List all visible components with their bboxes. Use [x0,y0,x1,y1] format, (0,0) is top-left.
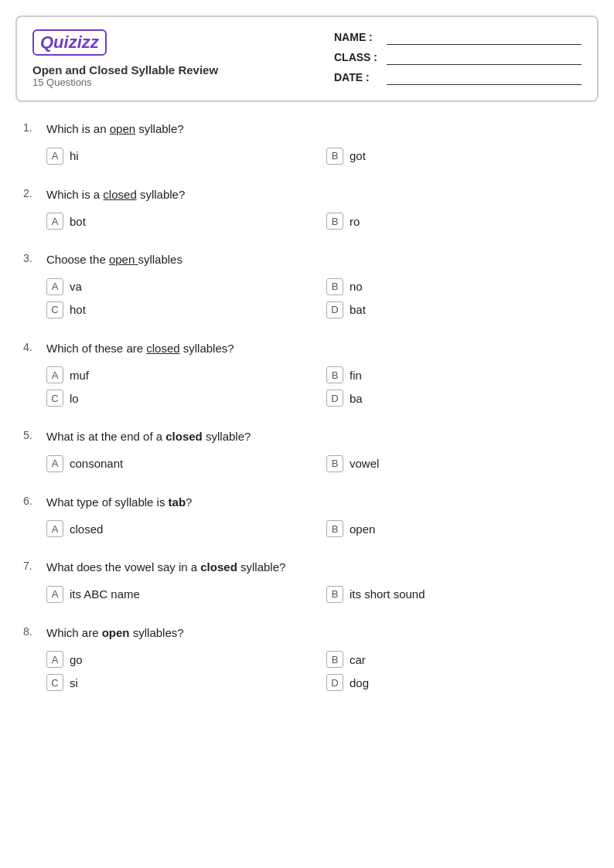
question-num-6: 6. [23,494,46,507]
option-8-a[interactable]: Ago [46,651,311,668]
question-row-2: 2.Which is a closed syllable? [23,186,591,204]
question-text-8: Which are open syllables? [46,625,184,642]
option-7-a[interactable]: Aits ABC name [46,586,311,603]
option-4-b[interactable]: Bfin [326,366,591,383]
question-text-2: Which is a closed syllable? [46,186,185,204]
option-text-5-a: consonant [70,457,123,470]
question-row-4: 4.Which of these are closed syllables? [23,340,591,358]
option-text-3-c: hot [70,303,86,316]
option-8-b[interactable]: Bcar [326,651,591,668]
option-letter-8-c: C [46,674,63,691]
question-block-6: 6.What type of syllable is tab?AclosedBo… [23,494,591,538]
option-text-2-b: ro [350,215,360,228]
question-block-8: 8.Which are open syllables?AgoBcarCsiDdo… [23,625,591,692]
option-letter-7-a: A [46,586,63,603]
option-letter-8-d: D [326,674,343,691]
question-block-5: 5.What is at the end of a closed syllabl… [23,428,591,472]
name-label: NAME : [334,31,380,43]
option-4-c[interactable]: Clo [46,390,311,407]
option-letter-4-c: C [46,390,63,407]
option-letter-8-b: B [326,651,343,668]
question-text-4: Which of these are closed syllables? [46,340,234,358]
question-block-7: 7.What does the vowel say in a closed sy… [23,559,591,603]
option-letter-3-d: D [326,301,343,318]
worksheet-title: Open and Closed Syllable Review [32,63,218,77]
option-4-a[interactable]: Amuf [46,366,311,383]
quizizz-logo: Quizizz [32,29,107,56]
date-line [387,70,582,85]
header-fields: NAME : CLASS : DATE : [334,29,582,85]
option-text-6-a: closed [70,523,103,536]
options-grid-1: AhiBgot [23,148,591,165]
options-grid-6: AclosedBopen [23,520,591,537]
question-row-1: 1.Which is an open syllable? [23,121,591,138]
option-letter-5-a: A [46,455,63,472]
option-letter-6-b: B [326,520,343,537]
question-text-7: What does the vowel say in a closed syll… [46,559,285,577]
option-letter-6-a: A [46,520,63,537]
option-1-b[interactable]: Bgot [326,148,591,165]
option-3-c[interactable]: Chot [46,301,311,318]
option-6-b[interactable]: Bopen [326,520,591,537]
question-num-1: 1. [23,121,46,134]
option-letter-4-b: B [326,366,343,383]
options-grid-2: AbotBro [23,213,591,230]
worksheet-subtitle: 15 Questions [32,77,218,88]
option-1-a[interactable]: Ahi [46,148,311,165]
question-num-8: 8. [23,625,46,638]
option-text-4-c: lo [70,392,79,405]
option-2-b[interactable]: Bro [326,213,591,230]
option-text-4-b: fin [350,369,362,382]
option-2-a[interactable]: Abot [46,213,311,230]
option-6-a[interactable]: Aclosed [46,520,311,537]
option-3-b[interactable]: Bno [326,278,591,295]
question-text-6: What type of syllable is tab? [46,494,192,512]
option-letter-3-c: C [46,301,63,318]
option-8-c[interactable]: Csi [46,674,311,691]
option-text-5-b: vowel [350,457,379,470]
class-label: CLASS : [334,51,380,63]
option-7-b[interactable]: Bits short sound [326,586,591,603]
option-text-8-c: si [70,676,78,689]
question-text-1: Which is an open syllable? [46,121,184,138]
options-grid-7: Aits ABC nameBits short sound [23,586,591,603]
option-text-8-d: dog [350,676,369,689]
name-line [387,29,582,45]
questions-area: 1.Which is an open syllable?AhiBgot2.Whi… [15,121,599,691]
option-8-d[interactable]: Ddog [326,674,591,691]
option-letter-2-b: B [326,213,343,230]
option-text-3-d: bat [350,303,366,316]
question-row-5: 5.What is at the end of a closed syllabl… [23,428,591,446]
option-text-2-a: bot [70,215,86,228]
option-text-4-a: muf [70,369,89,382]
option-text-4-d: ba [350,392,363,405]
option-letter-1-b: B [326,148,343,165]
option-letter-8-a: A [46,651,63,668]
option-text-8-b: car [350,653,366,666]
question-num-3: 3. [23,251,46,264]
option-letter-2-a: A [46,213,63,230]
option-text-3-b: no [350,280,363,293]
question-row-7: 7.What does the vowel say in a closed sy… [23,559,591,577]
option-3-d[interactable]: Dbat [326,301,591,318]
question-row-6: 6.What type of syllable is tab? [23,494,591,512]
option-letter-3-a: A [46,278,63,295]
options-grid-8: AgoBcarCsiDdog [23,651,591,691]
option-3-a[interactable]: Ava [46,278,311,295]
question-block-4: 4.Which of these are closed syllables?Am… [23,340,591,407]
options-grid-3: AvaBnoChotDbat [23,278,591,318]
option-letter-5-b: B [326,455,343,472]
option-5-a[interactable]: Aconsonant [46,455,311,472]
question-row-8: 8.Which are open syllables? [23,625,591,642]
option-letter-1-a: A [46,148,63,165]
option-text-8-a: go [70,653,83,666]
option-text-6-b: open [350,523,375,536]
question-block-1: 1.Which is an open syllable?AhiBgot [23,121,591,165]
option-letter-4-d: D [326,390,343,407]
option-5-b[interactable]: Bvowel [326,455,591,472]
option-text-7-a: its ABC name [70,587,140,601]
option-4-d[interactable]: Dba [326,390,591,407]
question-block-3: 3.Choose the open syllablesAvaBnoChotDba… [23,251,591,318]
option-letter-7-b: B [326,586,343,603]
question-num-2: 2. [23,186,46,199]
